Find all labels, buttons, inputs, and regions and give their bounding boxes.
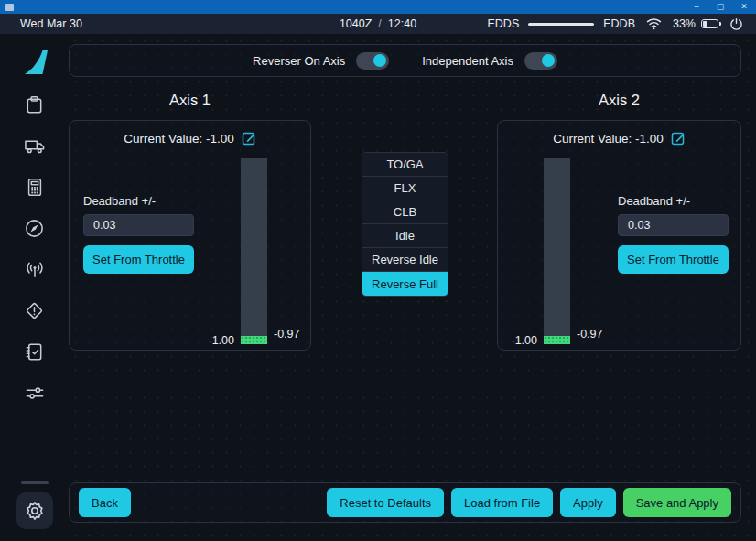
save-and-apply-button[interactable]: Save and Apply [623, 488, 731, 517]
route-origin: EDDS [488, 17, 520, 30]
detent-clb[interactable]: CLB [362, 200, 448, 224]
axis1-panel: Current Value: -1.00 Deadband +/- Set Fr… [69, 120, 311, 351]
sidebar-item-failures[interactable] [16, 299, 53, 321]
reset-to-defaults-button[interactable]: Reset to Defaults [327, 488, 444, 517]
sidebar-divider [21, 481, 49, 484]
axis1-deadband-label: Deadband +/- [83, 194, 194, 208]
reverser-on-axis-label: Reverser On Axis [253, 54, 345, 68]
status-bar: Wed Mar 30 1040Z / 12:40 EDDS EDDB 33 [0, 14, 756, 34]
axis2-gauge-min-label: -1.00 [512, 334, 538, 347]
load-from-file-button[interactable]: Load from File [451, 488, 553, 517]
axis2-panel: Current Value: -1.00 Deadband +/- Set Fr… [497, 120, 741, 351]
wifi-icon [646, 17, 662, 30]
calculator-icon [25, 177, 45, 198]
axis2-title: Axis 2 [497, 92, 741, 112]
gear-icon [24, 500, 46, 522]
axis2-current-value-label: Current Value: -1.00 [553, 132, 664, 146]
axis1-title: Axis 1 [69, 92, 311, 112]
edit-icon[interactable] [242, 131, 256, 146]
status-utc-time: 1040Z [340, 17, 372, 30]
checklist-icon [24, 341, 45, 362]
axis1-gauge-min-label: -1.00 [209, 334, 235, 347]
alert-icon [24, 300, 45, 321]
sidebar-item-navigation[interactable] [16, 217, 53, 239]
axis2-set-from-throttle-button[interactable]: Set From Throttle [618, 245, 729, 274]
antenna-icon [24, 259, 46, 280]
battery-percent: 33% [673, 17, 696, 30]
reverser-on-axis-toggle[interactable] [356, 52, 389, 70]
sliders-icon [24, 383, 46, 404]
sidebar-item-settings[interactable] [16, 492, 53, 529]
fenix-logo [16, 50, 53, 74]
detent-reverse-idle[interactable]: Reverse Idle [362, 248, 448, 272]
axis1-deadband-input[interactable] [83, 214, 194, 236]
battery-icon [701, 19, 718, 28]
os-titlebar: – ▢ ✕ [0, 0, 756, 14]
axis1-gauge-active-zone [241, 336, 267, 344]
axis2-gauge-max-label: -0.97 [577, 328, 603, 341]
axis1-set-from-throttle-button[interactable]: Set From Throttle [83, 245, 194, 274]
route-progress-line [528, 23, 594, 26]
sidebar-item-performance[interactable] [16, 176, 53, 198]
maximize-button[interactable]: ▢ [708, 0, 732, 14]
detent-idle[interactable]: Idle [362, 224, 448, 248]
axis2-current-value: -1.00 [635, 132, 664, 146]
axis1-gauge: -1.00 -0.97 [241, 158, 267, 344]
axis1-current-value: -1.00 [206, 132, 234, 146]
compass-icon [24, 218, 45, 239]
close-button[interactable]: ✕ [732, 0, 756, 14]
axis1-gauge-max-label: -0.97 [274, 328, 300, 341]
detent-list: TO/GA FLX CLB Idle Reverse Idle Reverse … [362, 152, 448, 297]
app-window: – ▢ ✕ Wed Mar 30 1040Z / 12:40 EDDS EDDB [0, 0, 756, 541]
sidebar-item-checklist[interactable] [16, 341, 53, 362]
route-destination: EDDB [603, 17, 635, 30]
axis2-deadband-label: Deadband +/- [618, 194, 729, 208]
edit-icon[interactable] [671, 131, 686, 146]
footer-action-bar: Back Reset to Defaults Load from File Ap… [69, 482, 741, 523]
detent-flx[interactable]: FLX [362, 177, 448, 200]
truck-icon [24, 135, 46, 157]
throttle-calibration-page: Reverser On Axis Independent Axis Axis 1… [69, 34, 756, 541]
independent-axis-toggle[interactable] [524, 52, 557, 70]
sidebar-item-ground-services[interactable] [16, 135, 53, 157]
apply-button[interactable]: Apply [560, 488, 616, 517]
sidebar-item-options[interactable] [16, 382, 53, 404]
detent-reverse-full[interactable]: Reverse Full [362, 272, 448, 296]
status-time-separator: / [378, 17, 381, 30]
status-date: Wed Mar 30 [20, 17, 82, 30]
axis2-gauge: -1.00 -0.97 [544, 158, 570, 344]
minimize-button[interactable]: – [685, 0, 708, 14]
app-icon [5, 4, 14, 11]
sidebar-nav [0, 34, 69, 541]
axis2-gauge-active-zone [544, 336, 570, 344]
detent-toga[interactable]: TO/GA [362, 153, 448, 177]
independent-axis-label: Independent Axis [422, 54, 513, 68]
axis-options-bar: Reverser On Axis Independent Axis [69, 44, 741, 77]
status-local-time: 12:40 [388, 17, 416, 30]
sidebar-item-flightplan[interactable] [16, 93, 53, 115]
power-icon[interactable] [729, 17, 743, 31]
axis2-deadband-input[interactable] [618, 214, 729, 236]
flight-route: EDDS EDDB [488, 17, 635, 30]
sidebar-item-radio[interactable] [16, 258, 53, 280]
clipboard-icon [24, 94, 45, 115]
axis1-current-value-label: Current Value: -1.00 [124, 132, 234, 146]
back-button[interactable]: Back [79, 488, 131, 517]
